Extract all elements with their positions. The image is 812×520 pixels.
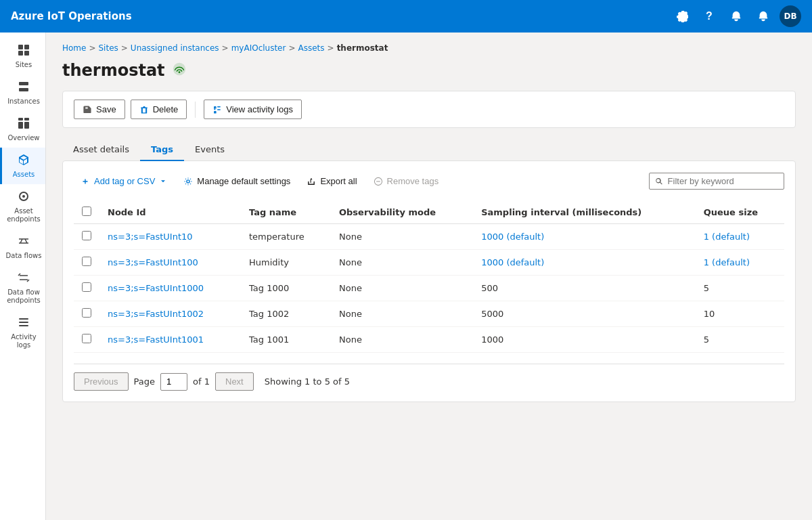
sidebar-item-dataflow-endpoints[interactable]: Data flow endpoints <box>0 265 45 310</box>
page-title-row: thermostat <box>62 61 796 80</box>
sidebar: Sites Instances Overview Assets Asset en… <box>0 32 46 520</box>
svg-rect-12 <box>19 318 28 320</box>
sidebar-item-instances[interactable]: Instances <box>0 74 45 111</box>
breadcrumb-sites[interactable]: Sites <box>99 43 118 53</box>
overview-icon <box>17 116 30 132</box>
table-row: ns=3;s=FastUInt100 Humidity None 1000 (d… <box>74 250 784 276</box>
sampling-interval-cell: 500 <box>473 276 696 301</box>
obs-mode-cell: None <box>331 276 473 301</box>
node-id-cell: ns=3;s=FastUInt1000 <box>99 276 241 301</box>
remove-tags-button[interactable]: Remove tags <box>367 172 446 190</box>
activity-icon <box>212 105 222 114</box>
sidebar-item-activity-logs[interactable]: Activity logs <box>0 310 45 355</box>
row-checkbox-cell <box>74 327 99 353</box>
sidebar-item-data-flows[interactable]: Data flows <box>0 229 45 265</box>
col-sampling-interval: Sampling interval (milliseconds) <box>473 201 696 224</box>
tab-events[interactable]: Events <box>184 139 235 161</box>
tab-asset-details[interactable]: Asset details <box>62 139 140 161</box>
delete-button[interactable]: Delete <box>131 100 187 119</box>
showing-info: Showing 1 to 5 of 5 <box>265 376 350 387</box>
export-all-button[interactable]: Export all <box>300 172 363 190</box>
sidebar-item-asset-endpoints[interactable]: Asset endpoints <box>0 184 45 229</box>
tag-name-cell: Tag 1001 <box>241 327 331 353</box>
sites-icon <box>17 43 30 59</box>
top-nav-icons: ? DB <box>671 5 801 27</box>
tag-name-cell: Tag 1002 <box>241 301 331 327</box>
add-tag-button[interactable]: Add tag or CSV <box>74 172 174 190</box>
row-checkbox-2[interactable] <box>82 282 91 292</box>
node-id-link-0[interactable]: ns=3;s=FastUInt10 <box>108 232 193 242</box>
svg-rect-0 <box>18 45 23 49</box>
breadcrumb-home[interactable]: Home <box>62 43 86 53</box>
activity-logs-icon <box>17 316 30 331</box>
svg-point-11 <box>22 195 25 198</box>
node-id-link-1[interactable]: ns=3;s=FastUInt100 <box>108 257 198 267</box>
sidebar-item-overview[interactable]: Overview <box>0 111 45 148</box>
queue-size-cell: 10 <box>696 301 784 327</box>
tabs: Asset details Tags Events <box>62 139 796 160</box>
settings-icon <box>676 10 688 22</box>
help-icon: ? <box>706 10 713 22</box>
node-id-link-2[interactable]: ns=3;s=FastUInt1000 <box>108 283 204 293</box>
alerts-button[interactable] <box>752 5 774 27</box>
toolbar-card: Save Delete View activity logs <box>62 91 796 128</box>
add-tag-label: Add tag or CSV <box>94 176 155 186</box>
node-id-cell: ns=3;s=FastUInt1001 <box>99 327 241 353</box>
asset-endpoints-icon <box>17 190 30 205</box>
gear-icon <box>183 177 193 186</box>
sidebar-item-dataflow-endpoints-label: Data flow endpoints <box>5 288 43 305</box>
sidebar-item-assets[interactable]: Assets <box>0 148 45 184</box>
breadcrumb-sep-4: > <box>328 43 334 53</box>
of-label: of 1 <box>193 376 210 387</box>
next-button[interactable]: Next <box>215 372 254 391</box>
svg-point-17 <box>187 179 189 182</box>
filter-input-wrap <box>649 173 784 190</box>
row-checkbox-4[interactable] <box>82 334 91 343</box>
queue-default-value: 1 (default) <box>704 232 750 242</box>
save-label: Save <box>96 104 116 114</box>
avatar[interactable]: DB <box>780 5 801 27</box>
remove-icon <box>374 177 383 186</box>
breadcrumb-assets[interactable]: Assets <box>298 43 325 53</box>
breadcrumb-cluster[interactable]: myAIOcluster <box>231 43 286 53</box>
sampling-interval-cell: 1000 (default) <box>473 224 696 250</box>
select-all-header <box>74 201 99 224</box>
sampling-interval-cell: 5000 <box>473 301 696 327</box>
svg-rect-13 <box>19 322 28 323</box>
row-checkbox-0[interactable] <box>82 231 91 240</box>
export-icon <box>307 177 316 186</box>
row-checkbox-1[interactable] <box>82 257 91 266</box>
node-id-link-4[interactable]: ns=3;s=FastUInt1001 <box>108 334 204 345</box>
data-flows-icon <box>17 234 30 250</box>
save-button[interactable]: Save <box>74 100 125 119</box>
breadcrumb-unassigned[interactable]: Unassigned instances <box>131 43 219 53</box>
view-activity-button[interactable]: View activity logs <box>204 100 302 119</box>
manage-settings-label: Manage default settings <box>197 176 290 186</box>
row-checkbox-3[interactable] <box>82 308 91 318</box>
help-button[interactable]: ? <box>698 5 720 27</box>
table-row: ns=3;s=FastUInt1002 Tag 1002 None 5000 1… <box>74 301 784 327</box>
select-all-checkbox[interactable] <box>82 207 91 216</box>
col-queue-size: Queue size <box>696 201 784 224</box>
sidebar-item-data-flows-label: Data flows <box>6 252 42 260</box>
tab-tags[interactable]: Tags <box>140 139 184 161</box>
settings-button[interactable] <box>671 5 693 27</box>
queue-default-value: 1 (default) <box>704 257 750 267</box>
delete-label: Delete <box>153 104 179 114</box>
filter-input[interactable] <box>668 176 778 186</box>
col-obs-mode: Observability mode <box>331 201 473 224</box>
app-body: Sites Instances Overview Assets Asset en… <box>0 32 812 520</box>
remove-tags-label: Remove tags <box>387 176 439 186</box>
node-id-link-3[interactable]: ns=3;s=FastUInt1002 <box>108 309 204 319</box>
app-title: Azure IoT Operations <box>11 10 132 22</box>
previous-button[interactable]: Previous <box>74 372 129 391</box>
page-number-input[interactable] <box>160 373 187 391</box>
sidebar-item-sites[interactable]: Sites <box>0 38 45 74</box>
notifications-button[interactable] <box>725 5 747 27</box>
queue-size-cell: 5 <box>696 327 784 353</box>
delete-icon <box>139 105 149 114</box>
svg-rect-9 <box>24 122 29 129</box>
svg-rect-4 <box>19 82 28 85</box>
main-content: Home > Sites > Unassigned instances > my… <box>46 32 812 520</box>
manage-settings-button[interactable]: Manage default settings <box>177 172 297 190</box>
